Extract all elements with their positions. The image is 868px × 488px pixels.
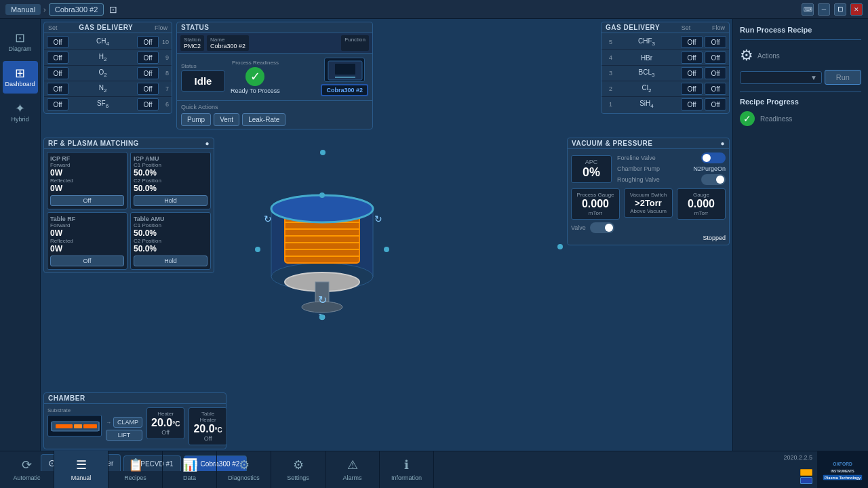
tb-diagnostics[interactable]: ⚙ Diagnostics	[217, 451, 271, 488]
gas-o2-set[interactable]	[47, 67, 68, 79]
heater-status: Off	[151, 429, 180, 436]
gas-sf6-set[interactable]	[47, 98, 68, 110]
tb-data[interactable]: 📊 Data	[163, 451, 217, 488]
clamp-button[interactable]: CLAMP	[113, 417, 142, 428]
actions-icon[interactable]: ⚙	[740, 47, 753, 64]
amu-status-btn[interactable]: Hold	[134, 195, 208, 206]
breadcrumb-manual[interactable]: Manual	[5, 4, 41, 15]
tb-manual[interactable]: ☰ Manual	[54, 451, 108, 488]
gas-bcl3-flow[interactable]	[705, 67, 726, 79]
foreline-section: Foreline Valve Chamber Pump N2PurgeOn Ro…	[617, 152, 726, 185]
foreline-label: Foreline Valve	[617, 155, 656, 161]
svg-text:↻: ↻	[318, 294, 327, 306]
gas-sih4-set[interactable]	[681, 98, 703, 110]
run-button[interactable]: Run	[825, 70, 861, 85]
svg-point-28	[319, 314, 325, 320]
gas-row-hbr: 4 HBr	[601, 50, 729, 66]
gas-o2-num: 8	[161, 70, 169, 77]
apc-label: APC	[578, 159, 604, 165]
taskbar-nav: ⟳ Automatic ☰ Manual 📋 Recipes 📊 Data ⚙ …	[0, 451, 434, 488]
c1-pos-label: C1 Position	[134, 162, 208, 168]
gas-delivery-left: Set Gas Delivery Flow CH4 10 H2 9	[43, 22, 172, 114]
screen-icon: ⊡	[109, 4, 117, 15]
gas-h2-flow[interactable]	[137, 52, 159, 64]
vent-button[interactable]: Vent	[214, 113, 239, 126]
gas-bcl3-num: 3	[604, 70, 612, 77]
nav-diagram[interactable]: ⊡ Diagram	[3, 26, 38, 58]
gas-sih4-flow[interactable]	[705, 98, 726, 110]
chamber-title: Chamber	[44, 393, 226, 404]
recipe-dropdown[interactable]: ▼	[740, 71, 822, 84]
table-heater-val: 20.0°C	[193, 423, 222, 435]
gas-hbr-set[interactable]	[681, 52, 703, 64]
gas-chf3-set[interactable]	[681, 36, 703, 48]
gas-cl2-set[interactable]	[681, 83, 703, 95]
gas-sih4-num: 1	[604, 101, 612, 108]
version-text: 2020.2.2.5	[783, 454, 812, 461]
function-icon-box	[324, 58, 365, 82]
gas-h2-set[interactable]	[47, 52, 68, 64]
gas-bcl3-set[interactable]	[681, 67, 703, 79]
heater-label: Heater	[151, 411, 180, 417]
gas-sf6-flow[interactable]	[137, 98, 159, 110]
svg-point-29	[255, 247, 260, 252]
indicator-orange	[800, 469, 812, 476]
breadcrumb-separator: ›	[43, 5, 46, 14]
tb-information[interactable]: ℹ Information	[380, 451, 434, 488]
chamber-panel: Chamber Substrate	[43, 392, 226, 449]
tb-settings[interactable]: ⚙ Settings	[271, 451, 326, 488]
diagram-icon: ⊡	[15, 32, 25, 44]
gas-n2-name: N2	[71, 84, 135, 94]
pump-button[interactable]: Pump	[181, 113, 211, 126]
minimize-btn[interactable]: ─	[818, 3, 830, 16]
svg-rect-5	[74, 424, 82, 428]
leak-rate-button[interactable]: Leak-Rate	[242, 113, 285, 126]
process-readiness-lbl: Process Readiness	[232, 60, 279, 66]
breadcrumb-cobra[interactable]: Cobra300 #2	[49, 3, 104, 16]
gas-delivery-right: Gas Delivery Set Flow 5 CHF3 4 HBr	[601, 22, 730, 114]
gas-chf3-flow[interactable]	[705, 36, 726, 48]
reactor-visual: ↻ ↻ ↻ ↻	[251, 155, 393, 324]
tb-alarms[interactable]: ⚠ Alarms	[326, 451, 380, 488]
lift-button[interactable]: LIFT	[106, 430, 142, 441]
tb-recipes[interactable]: 📋 Recipes	[108, 451, 163, 488]
readiness-label: Readiness	[760, 115, 792, 123]
gas-ch4-set[interactable]	[47, 36, 68, 48]
table-status-btn[interactable]: Off	[50, 256, 124, 266]
gas-row-cl2: 2 Cl2	[601, 81, 729, 97]
gas-n2-set[interactable]	[47, 83, 68, 95]
gas-ch4-flow[interactable]	[137, 36, 159, 48]
name-field: Name Cobra300 #2	[207, 35, 249, 51]
data-icon: 📊	[182, 458, 197, 472]
valve-toggle[interactable]	[590, 222, 614, 233]
nav-dashboard[interactable]: ⊞ Dashboard	[3, 61, 38, 94]
table-heater-status: Off	[193, 435, 222, 442]
gas-right-title: Gas Delivery	[606, 24, 660, 31]
icp-status-btn[interactable]: Off	[50, 195, 124, 206]
nav-hybrid[interactable]: ✦ Hybrid	[3, 96, 38, 129]
ready-to-process: Ready To Process	[231, 87, 280, 94]
gas-h2-num: 9	[161, 54, 169, 61]
gas-cl2-flow[interactable]	[705, 83, 726, 95]
tb-automatic[interactable]: ⟳ Automatic	[0, 451, 54, 488]
gas-sf6-name: SF6	[71, 100, 135, 109]
gas-hbr-flow[interactable]	[705, 52, 726, 64]
table-amu-status-btn[interactable]: Hold	[134, 256, 208, 266]
gas-o2-flow[interactable]	[137, 67, 159, 79]
clamp-lift-section: → CLAMP LIFT	[106, 417, 142, 441]
gas-n2-flow[interactable]	[137, 83, 159, 95]
table-c1-label: C1 Position	[134, 222, 208, 228]
station-value: PMC2	[184, 43, 201, 49]
roughing-toggle[interactable]	[701, 174, 726, 185]
foreline-toggle[interactable]	[701, 152, 726, 163]
restore-btn[interactable]: ⧠	[834, 3, 846, 16]
function-label: Function	[344, 37, 366, 43]
diagnostics-icon: ⚙	[239, 458, 250, 472]
manual-icon: ☰	[76, 458, 87, 472]
keyboard-btn[interactable]: ⌨	[802, 3, 814, 16]
gas-row-sih4: 1 SiH4	[601, 97, 729, 112]
recipe-progress-title: Recipe Progress	[740, 98, 861, 106]
cobra-display: Cobra300 #2	[321, 84, 368, 96]
close-btn[interactable]: ✕	[850, 3, 863, 16]
icp-amu-label: ICP AMU	[134, 155, 208, 162]
